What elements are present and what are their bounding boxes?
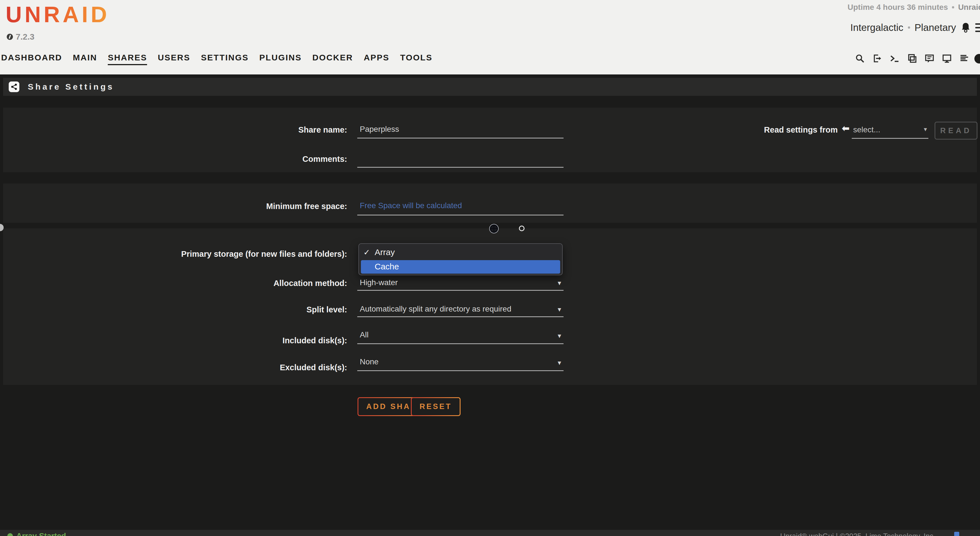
- primary-storage-dropdown: ✓ Array Cache: [358, 243, 563, 275]
- copy-icon[interactable]: [907, 53, 917, 64]
- checkmark-icon: ✓: [363, 248, 370, 257]
- dropdown-option-array[interactable]: ✓ Array: [359, 246, 562, 259]
- nav-docker[interactable]: DOCKER: [312, 53, 353, 64]
- share-name-input[interactable]: Paperpless: [360, 125, 399, 134]
- split-level-underline: [357, 316, 563, 317]
- reset-button[interactable]: RESET: [411, 397, 461, 416]
- move-cursor-icon: [488, 223, 499, 234]
- os-edition-prefix: Unraid OS: [958, 3, 980, 11]
- uptime-label: Uptime 4 hours 36 minutes: [848, 3, 948, 12]
- footer: Array Started Unraid® webGui | ©2025, Li…: [0, 530, 980, 536]
- dot-separator-icon: [908, 26, 910, 29]
- nav-apps[interactable]: APPS: [364, 53, 390, 64]
- version-icon: [7, 34, 13, 40]
- nav-tools[interactable]: TOOLS: [400, 53, 433, 64]
- comments-underline: [357, 167, 563, 168]
- dropdown-option-label: Array: [375, 247, 395, 257]
- included-disks-underline: [357, 343, 563, 344]
- dot-separator-icon: [952, 6, 954, 8]
- primary-storage-label: Primary storage (for new files and folde…: [56, 249, 347, 259]
- version-label: 7.2.3: [16, 32, 35, 41]
- array-status-link[interactable]: Array Started: [7, 531, 66, 536]
- included-disks-caret-icon[interactable]: ▼: [557, 333, 562, 339]
- min-free-space-input[interactable]: Free Space will be calculated: [360, 201, 462, 210]
- reset-button-label: RESET: [412, 398, 460, 415]
- version-row: 7.2.3: [7, 32, 35, 41]
- read-settings-select[interactable]: select...: [853, 125, 880, 134]
- notifications-bell-icon[interactable]: [961, 22, 971, 33]
- allocation-method-caret-icon[interactable]: ▼: [557, 280, 562, 287]
- log-icon[interactable]: [959, 53, 969, 64]
- read-settings-label: Read settings from: [673, 125, 838, 134]
- comments-label: Comments:: [56, 155, 347, 164]
- nav-plugins[interactable]: PLUGINS: [259, 53, 302, 64]
- search-icon[interactable]: [855, 53, 865, 64]
- min-free-space-underline: [357, 215, 563, 215]
- feedback-icon[interactable]: [924, 53, 934, 64]
- read-settings-underline: [852, 138, 928, 139]
- excluded-disks-caret-icon[interactable]: ▼: [557, 360, 562, 366]
- nav-users[interactable]: USERS: [158, 53, 190, 64]
- split-level-label: Split level:: [56, 305, 347, 314]
- nav-settings[interactable]: SETTINGS: [201, 53, 249, 64]
- page-title: Share Settings: [28, 82, 114, 92]
- touch-ring-icon: [519, 226, 525, 231]
- server-description: Planetary: [915, 22, 956, 33]
- included-disks-select[interactable]: All: [360, 330, 369, 339]
- os-edition-label: Unraid OS Starter: [958, 3, 980, 12]
- terminal-icon[interactable]: [889, 53, 900, 64]
- excluded-disks-underline: [357, 370, 563, 371]
- share-icon: [9, 81, 19, 92]
- split-level-select[interactable]: Automatically split any directory as req…: [360, 305, 511, 314]
- header: UNRAID 7.2.3 Uptime 4 hours 36 minutes U…: [0, 0, 980, 75]
- server-row: Intergalactic Planetary: [850, 22, 980, 33]
- read-settings-caret-icon[interactable]: ▼: [923, 126, 928, 132]
- theme-circle-icon[interactable]: [974, 54, 980, 64]
- included-disks-label: Included disk(s):: [56, 336, 347, 345]
- excluded-disks-select[interactable]: None: [360, 357, 379, 366]
- share-name-underline: [357, 138, 563, 139]
- footer-blue-icon[interactable]: [954, 532, 959, 536]
- array-status-label: Array Started: [16, 531, 66, 536]
- logout-icon[interactable]: [872, 53, 882, 64]
- dropdown-option-cache[interactable]: Cache: [361, 260, 560, 274]
- allocation-method-underline: [357, 290, 563, 291]
- excluded-disks-label: Excluded disk(s):: [56, 363, 347, 372]
- read-button[interactable]: READ: [934, 122, 977, 140]
- nav-shares[interactable]: SHARES: [108, 53, 147, 65]
- nav-main[interactable]: MAIN: [73, 53, 97, 64]
- allocation-method-label: Allocation method:: [56, 279, 347, 288]
- back-arrow-icon: ⬅: [842, 123, 850, 134]
- monitor-icon[interactable]: [942, 53, 952, 64]
- allocation-method-select[interactable]: High-water: [360, 278, 398, 287]
- menu-hamburger-icon[interactable]: [975, 23, 980, 32]
- server-name[interactable]: Intergalactic: [850, 22, 904, 33]
- split-level-caret-icon[interactable]: ▼: [557, 306, 562, 313]
- share-name-label: Share name:: [56, 125, 347, 134]
- min-free-space-label: Minimum free space:: [56, 202, 347, 211]
- uptime-row: Uptime 4 hours 36 minutes Unraid OS Star…: [848, 3, 980, 12]
- page-title-bar: Share Settings: [3, 78, 977, 96]
- unraid-logo[interactable]: UNRAID: [6, 2, 110, 27]
- footer-copyright: Unraid® webGui | ©2025, Lime Technology,…: [780, 532, 935, 536]
- main-nav: DASHBOARD MAIN SHARES USERS SETTINGS PLU…: [1, 53, 433, 65]
- toolbar: [855, 53, 969, 64]
- dropdown-option-label: Cache: [375, 262, 399, 271]
- nav-dashboard[interactable]: DASHBOARD: [1, 53, 62, 64]
- array-status-dot-icon: [7, 533, 13, 536]
